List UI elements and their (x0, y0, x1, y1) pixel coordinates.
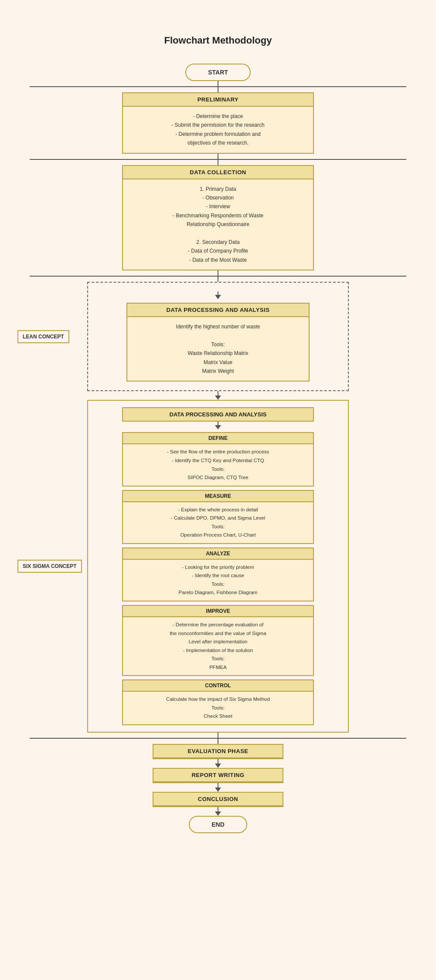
improve-content: - Determine the percentage evaluation of… (123, 617, 313, 675)
analyze-header: ANALYZE (123, 548, 313, 560)
evaluation-header: EVALUATION PHASE (153, 745, 283, 758)
measure-box: MEASURE - Explain the whole process in d… (122, 491, 314, 544)
six-sigma-wrap: SIX SIGMA CONCEPT DATA PROCESSING AND AN… (9, 400, 427, 732)
improve-header: IMPROVE (123, 606, 313, 617)
control-header: CONTROL (123, 680, 313, 692)
flowchart: START PRELIMINARY - Determine the place … (9, 64, 427, 833)
evaluation-box: EVALUATION PHASE (153, 744, 283, 759)
improve-box: IMPROVE - Determine the percentage evalu… (122, 606, 314, 676)
sigma-processing-header: DATA PROCESSING AND ANALYSIS (122, 407, 314, 422)
lean-concept-wrap: LEAN CONCEPT DATA PROCESSING AND ANALYSI… (9, 282, 427, 391)
lean-dashed-box: DATA PROCESSING AND ANALYSIS Identify th… (87, 282, 349, 391)
preliminary-header: PRELIMINARY (123, 93, 313, 107)
data-collection-content: 1. Primary Data - Observation - Intervie… (123, 179, 313, 270)
analyze-box: ANALYZE - Looking for the priority probl… (122, 548, 314, 602)
define-box: DEFINE - See the flow of the entire prod… (122, 432, 314, 486)
measure-content: - Explain the whole process in detail - … (123, 502, 313, 543)
data-collection-box: DATA COLLECTION 1. Primary Data - Observ… (122, 165, 314, 271)
start-oval: START (185, 64, 251, 81)
sigma-section: DATA PROCESSING AND ANALYSIS DEFINE - Se… (87, 400, 349, 732)
preliminary-content: - Determine the place - Submit the permi… (123, 107, 313, 153)
data-collection-header: DATA COLLECTION (123, 166, 313, 179)
lean-processing-box: DATA PROCESSING AND ANALYSIS Identify th… (126, 303, 310, 382)
define-content: - See the flow of the entire production … (123, 444, 313, 485)
report-box: REPORT WRITING (153, 768, 283, 783)
lean-processing-header: DATA PROCESSING AND ANALYSIS (127, 304, 309, 317)
conclusion-box: CONCLUSION (153, 792, 283, 807)
analyze-content: - Looking for the priority problem - Ide… (123, 560, 313, 601)
conclusion-header: CONCLUSION (153, 793, 283, 806)
report-header: REPORT WRITING (153, 769, 283, 782)
page-title: Flowchart Methodology (164, 35, 272, 46)
control-box: CONTROL Calculate how the impact of Six … (122, 680, 314, 725)
lean-concept-label: LEAN CONCEPT (17, 330, 69, 343)
end-oval: END (189, 816, 247, 833)
preliminary-box: PRELIMINARY - Determine the place - Subm… (122, 92, 314, 154)
six-sigma-label: SIX SIGMA CONCEPT (17, 560, 82, 573)
lean-processing-content: Identify the highest number of waste Too… (127, 317, 309, 381)
define-header: DEFINE (123, 433, 313, 444)
control-content: Calculate how the impact of Six Sigma Me… (123, 692, 313, 724)
measure-header: MEASURE (123, 491, 313, 502)
